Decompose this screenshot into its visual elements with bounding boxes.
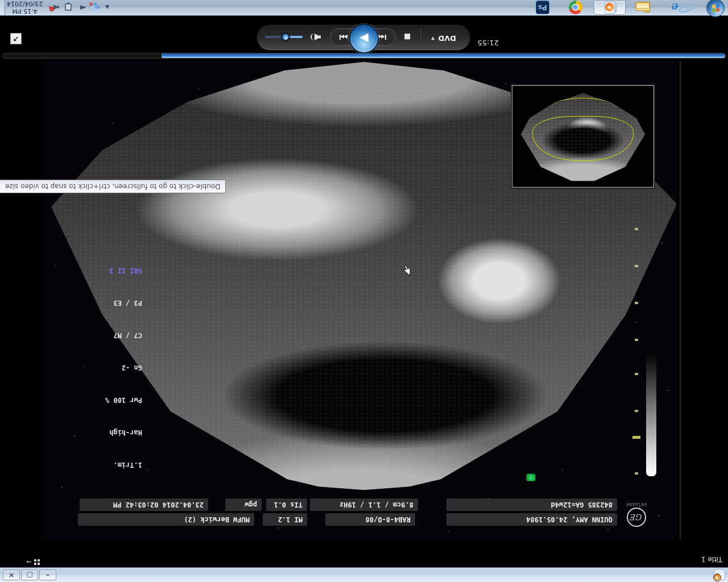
clock-time: 4:15 PM xyxy=(7,7,43,15)
speaker-icon xyxy=(315,34,321,40)
patient-banner: QUINN AMY, 24.05.1984 RAB4-8-D/08 MI 1.2… xyxy=(71,496,617,526)
switch-view-icon[interactable]: → xyxy=(20,557,40,565)
banner-row-1: QUINN AMY, 24.05.1984 RAB4-8-D/08 MI 1.2… xyxy=(71,513,617,526)
chrome-icon xyxy=(569,1,582,14)
clinic-name: MUFW Berwick (2) xyxy=(78,513,254,526)
rotated-screen-capture: – □ × Title 1 → GE voluson QUINN AMY, 24… xyxy=(0,0,728,582)
ge-logo-subtext: voluson xyxy=(622,502,651,507)
depth-tick xyxy=(635,339,638,341)
mute-button[interactable] xyxy=(309,31,321,43)
depth-framerate: 8.9cm / 1.1 / 19Hz xyxy=(310,498,418,511)
show-hidden-icons-chevron[interactable]: ▲ xyxy=(105,5,109,10)
close-button[interactable]: × xyxy=(3,569,20,580)
seek-progress xyxy=(162,53,725,58)
mouse-cursor xyxy=(402,261,411,276)
taskbar: e Ps ▲ × xyxy=(0,0,728,16)
dvd-menu-button[interactable]: DVD ▼ xyxy=(431,34,456,43)
ge-logo-icon: GE xyxy=(627,508,646,527)
clock-date: 23/04/2014 xyxy=(7,0,43,7)
internet-explorer-icon: e xyxy=(672,1,680,14)
tray-app-error-icon[interactable]: × xyxy=(91,3,100,12)
internet-explorer-ring-icon xyxy=(678,3,695,14)
switch-arrow-icon: → xyxy=(27,558,32,565)
depth-tick xyxy=(635,373,638,375)
depth-tick xyxy=(635,302,638,304)
operator-initials: pgw xyxy=(225,498,262,511)
depth-tick xyxy=(635,472,638,475)
bmode-settings: 1.Trim. Har-high Pwr 100 % Gn -2 C7 / M7… xyxy=(46,243,142,492)
video-noise xyxy=(676,538,677,539)
stop-button[interactable]: ■ xyxy=(400,31,414,43)
muted-speaker-icon[interactable] xyxy=(50,3,59,11)
taskbar-item-internet-explorer[interactable]: e xyxy=(660,0,692,15)
desktop: – □ × Title 1 → GE voluson QUINN AMY, 24… xyxy=(0,0,728,582)
grayscale-bar xyxy=(646,354,656,476)
ge-logo: GE voluson xyxy=(622,497,651,527)
fullscreen-button[interactable]: ↗ xyxy=(10,33,22,44)
media-player-icon xyxy=(603,1,617,14)
window-caption-buttons: – □ × xyxy=(3,569,56,580)
live-indicator-icon xyxy=(526,473,536,481)
speaker-wave-icon xyxy=(311,34,315,40)
start-button[interactable] xyxy=(706,0,725,17)
show-desktop-button[interactable] xyxy=(0,0,5,15)
windows-flag-icon xyxy=(712,3,719,12)
media-player-window-icon[interactable] xyxy=(714,569,725,580)
reference-thumbnail xyxy=(512,85,654,188)
taskbar-item-media-player-active[interactable] xyxy=(594,0,626,15)
probe-model: RAB4-8-D/08 xyxy=(325,513,415,526)
taskbar-item-photoshop[interactable]: Ps xyxy=(527,0,559,15)
setting-sri: SRI II 3 xyxy=(46,265,142,276)
system-tray: ▲ × xyxy=(50,0,109,15)
setting-harmonics: Har-high xyxy=(46,427,142,438)
focus-marker xyxy=(632,436,640,439)
setting-gain: Gn -2 xyxy=(46,362,142,373)
exam-datetime: 23.04.2014 02:03:42 PM xyxy=(80,498,208,511)
volume-slider[interactable] xyxy=(265,36,303,38)
taskbar-clock[interactable]: 4:15 PM 23/04/2014 xyxy=(7,0,43,15)
photoshop-icon: Ps xyxy=(536,1,549,14)
taskbar-item-explorer[interactable] xyxy=(627,0,659,15)
mi-value: MI 1.2 xyxy=(263,513,307,526)
video-edge-artifact xyxy=(680,61,681,539)
volume-thumb[interactable] xyxy=(282,34,289,40)
play-button[interactable]: ▶ xyxy=(349,24,379,53)
volume-mixer-icon[interactable] xyxy=(77,4,85,11)
tis-value: TIs 0.1 xyxy=(266,498,307,511)
ultrasound-frame: GE voluson QUINN AMY, 24.05.1984 RAB4-8-… xyxy=(43,61,677,539)
patient-id-ga: 842385 GA=12w4d xyxy=(446,498,617,511)
removable-device-icon[interactable] xyxy=(65,4,72,11)
minimize-button[interactable]: – xyxy=(39,569,56,580)
dropdown-arrow-icon: ▼ xyxy=(431,36,435,41)
fullscreen-tooltip: Double-click to go to fullscreen, ctrl+c… xyxy=(0,180,226,193)
player-logo-icon xyxy=(713,573,721,581)
elapsed-time: 21:55 xyxy=(478,39,499,47)
patient-name: QUINN AMY, 24.05.1984 xyxy=(446,513,617,526)
setting-persist-enhance: P3 / E3 xyxy=(46,297,142,308)
setting-preset: 1.Trim. xyxy=(46,459,142,470)
seek-bar[interactable] xyxy=(2,53,726,59)
setting-power: Pwr 100 % xyxy=(46,394,142,405)
taskbar-item-chrome[interactable] xyxy=(560,0,592,15)
depth-tick xyxy=(635,410,638,412)
setting-contrast-map: C7 / M7 xyxy=(46,330,142,340)
window-titlebar[interactable]: – □ × xyxy=(0,567,728,582)
depth-tick xyxy=(635,265,638,267)
banner-row-2: 842385 GA=12w4d 8.9cm / 1.1 / 19Hz TIs 0… xyxy=(71,498,617,511)
dvd-title-label: Title 1 xyxy=(701,555,722,563)
divider xyxy=(420,28,421,45)
folder-icon xyxy=(635,2,650,13)
maximize-button[interactable]: □ xyxy=(21,569,38,580)
depth-tick xyxy=(635,228,638,230)
player-video-area[interactable]: Title 1 → GE voluson QUINN AMY, 24.05.19… xyxy=(0,16,728,567)
